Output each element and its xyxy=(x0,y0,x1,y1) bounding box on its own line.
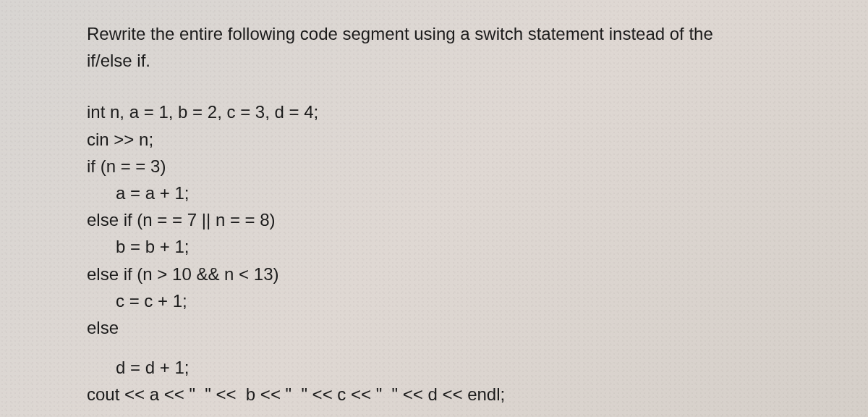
code-line-8: c = c + 1; xyxy=(87,287,788,314)
prompt-line-2: if/else if. xyxy=(87,47,788,74)
code-line-10: d = d + 1; xyxy=(87,354,788,381)
blank-line xyxy=(87,341,788,354)
prompt-line-1: Rewrite the entire following code segmen… xyxy=(87,20,788,47)
code-line-9: else xyxy=(87,314,788,341)
code-line-6: b = b + 1; xyxy=(87,233,788,260)
code-line-7: else if (n > 10 && n < 13) xyxy=(87,261,788,287)
code-line-4: a = a + 1; xyxy=(87,180,788,206)
code-line-5: else if (n = = 7 || n = = 8) xyxy=(87,206,788,233)
code-line-1: int n, a = 1, b = 2, c = 3, d = 4; xyxy=(87,98,788,125)
code-block: int n, a = 1, b = 2, c = 3, d = 4; cin >… xyxy=(87,98,788,408)
code-line-3: if (n = = 3) xyxy=(87,153,788,180)
code-line-11: cout << a << " " << b << " " << c << " "… xyxy=(87,381,788,408)
question-prompt: Rewrite the entire following code segmen… xyxy=(87,20,788,74)
code-line-2: cin >> n; xyxy=(87,126,788,153)
